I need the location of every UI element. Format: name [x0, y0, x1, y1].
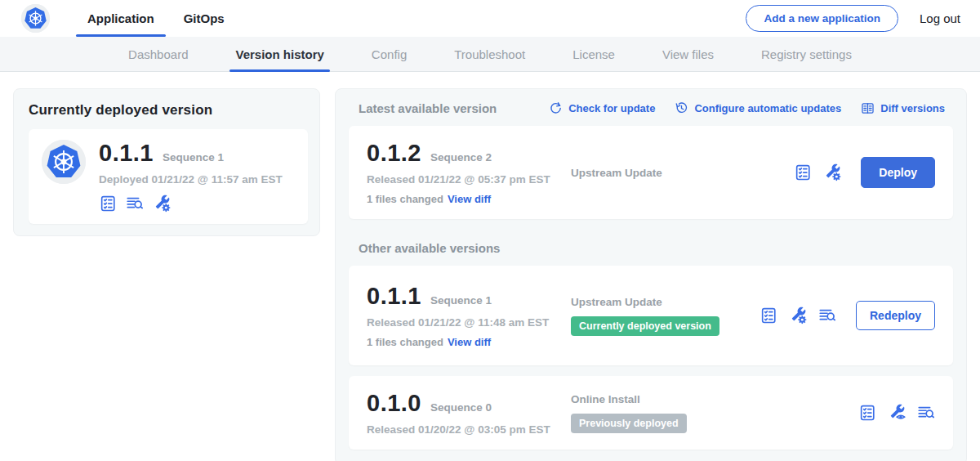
preflight-checks-icon[interactable]	[760, 307, 777, 324]
app-icon	[42, 140, 86, 184]
released-timestamp: Released 01/20/22 @ 03:05 pm EST	[367, 423, 571, 436]
version-number: 0.1.1	[367, 283, 421, 310]
top-nav: Application GitOps Add a new application…	[0, 0, 980, 37]
subtab-license-label: License	[572, 47, 615, 61]
kubernetes-logo-icon	[21, 4, 50, 33]
subtab-troubleshoot-label: Troubleshoot	[454, 47, 525, 61]
edit-config-icon[interactable]	[789, 307, 807, 324]
deploy-button[interactable]: Deploy	[861, 157, 935, 188]
view-config-icon[interactable]	[888, 404, 906, 422]
configure-updates-link[interactable]: Configure automatic updates	[675, 101, 841, 115]
sequence-label: Sequence 1	[430, 294, 492, 307]
add-application-button[interactable]: Add a new application	[746, 5, 898, 32]
subtab-view-files-label: View files	[662, 47, 714, 61]
deploy-logs-icon[interactable]	[917, 404, 935, 422]
deployed-sequence-label: Sequence 1	[163, 151, 224, 163]
deployed-panel-title: Currently deployed version	[29, 102, 308, 119]
version-source-label: Upstream Update	[571, 167, 662, 179]
released-timestamp: Released 01/21/22 @ 11:48 am EST	[367, 316, 571, 329]
check-for-update-label: Check for update	[568, 102, 655, 114]
redeploy-button[interactable]: Redeploy	[856, 301, 935, 330]
logout-button[interactable]: Log out	[920, 11, 960, 25]
version-card-0-1-1: 0.1.1 Sequence 1 Released 01/21/22 @ 11:…	[349, 266, 953, 365]
deployed-version-card: 0.1.1 Sequence 1 Deployed 01/21/22 @ 11:…	[29, 129, 308, 224]
edit-config-icon[interactable]	[823, 163, 841, 181]
version-source-label: Upstream Update	[571, 296, 662, 308]
files-changed-label: 1 files changed	[367, 336, 443, 348]
version-card-0-1-0: 0.1.0 Sequence 0 Released 01/20/22 @ 03:…	[349, 376, 953, 450]
subtab-troubleshoot[interactable]: Troubleshoot	[430, 37, 549, 71]
deploy-logs-icon[interactable]	[126, 195, 144, 213]
subtab-license[interactable]: License	[549, 37, 639, 71]
subtab-config[interactable]: Config	[348, 37, 430, 71]
view-diff-link[interactable]: View diff	[448, 193, 491, 205]
deployed-version-number: 0.1.1	[99, 140, 154, 167]
preflight-checks-icon[interactable]	[99, 195, 117, 213]
currently-deployed-panel: Currently deployed version 0.1.1 Sequenc…	[13, 88, 320, 236]
sequence-label: Sequence 2	[430, 151, 492, 163]
previously-deployed-badge: Previously deployed	[571, 414, 687, 433]
subtab-version-history[interactable]: Version history	[212, 37, 347, 71]
deploy-logs-icon[interactable]	[818, 307, 836, 324]
diff-icon	[861, 101, 875, 115]
check-for-update-link[interactable]: Check for update	[549, 101, 655, 115]
refresh-icon	[549, 101, 563, 115]
other-versions-title: Other available versions	[359, 241, 953, 255]
available-versions-panel: Latest available version Check for updat…	[335, 88, 967, 461]
tab-application[interactable]: Application	[73, 0, 169, 37]
subtab-version-history-label: Version history	[235, 47, 323, 61]
subtab-config-label: Config	[372, 47, 407, 61]
clock-update-icon	[675, 101, 688, 115]
version-card-0-1-2: 0.1.2 Sequence 2 Released 01/21/22 @ 05:…	[349, 126, 953, 219]
files-changed-label: 1 files changed	[367, 193, 443, 205]
tab-gitops[interactable]: GitOps	[169, 0, 239, 37]
deployed-timestamp: Deployed 01/21/22 @ 11:57 am EST	[99, 173, 283, 186]
sequence-label: Sequence 0	[430, 401, 492, 414]
currently-deployed-badge: Currently deployed version	[571, 316, 719, 336]
tab-application-label: Application	[87, 11, 154, 25]
version-number: 0.1.0	[367, 390, 421, 417]
latest-version-title: Latest available version	[359, 101, 497, 115]
subtab-view-files[interactable]: View files	[639, 37, 737, 71]
configure-updates-label: Configure automatic updates	[694, 102, 841, 114]
tab-gitops-label: GitOps	[184, 11, 225, 25]
subtab-dashboard-label: Dashboard	[128, 47, 188, 61]
diff-versions-link[interactable]: Diff versions	[861, 101, 945, 115]
version-source-label: Online Install	[571, 393, 640, 405]
version-number: 0.1.2	[367, 140, 421, 167]
edit-config-icon[interactable]	[153, 195, 171, 213]
subtab-dashboard[interactable]: Dashboard	[105, 37, 212, 71]
app-sub-nav: Dashboard Version history Config Trouble…	[0, 37, 980, 72]
preflight-checks-icon[interactable]	[794, 163, 812, 181]
version-history-page: Currently deployed version 0.1.1 Sequenc…	[0, 72, 980, 461]
released-timestamp: Released 01/21/22 @ 05:37 pm EST	[367, 173, 571, 186]
subtab-registry-settings-label: Registry settings	[761, 47, 852, 61]
view-diff-link[interactable]: View diff	[448, 336, 491, 348]
diff-versions-label: Diff versions	[880, 102, 945, 114]
subtab-registry-settings[interactable]: Registry settings	[737, 37, 875, 71]
preflight-checks-icon[interactable]	[858, 404, 876, 422]
